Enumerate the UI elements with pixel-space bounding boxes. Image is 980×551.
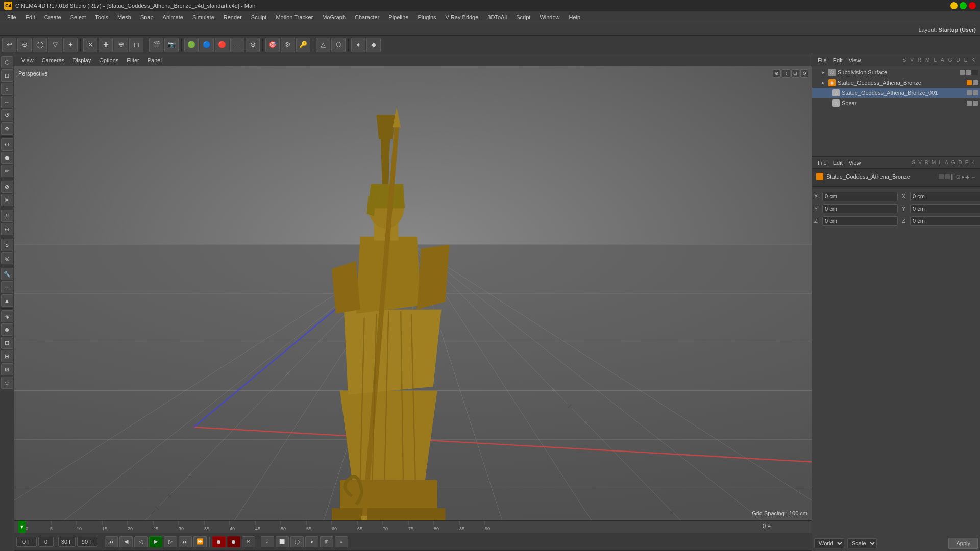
- toolbar-btn-11[interactable]: 🎬: [149, 38, 163, 52]
- left-tool-btn-14[interactable]: ≋: [1, 210, 13, 222]
- fps-field[interactable]: [58, 537, 76, 547]
- attr-dot-2[interactable]: [945, 174, 950, 179]
- viewport-menu-display[interactable]: Display: [69, 56, 94, 64]
- y-field[interactable]: [822, 204, 898, 213]
- close-button[interactable]: [969, 2, 976, 9]
- auto-key-button[interactable]: ⏺: [227, 536, 240, 547]
- coord-space-dropdown[interactable]: World: [814, 538, 844, 548]
- z-field[interactable]: [822, 216, 898, 226]
- attr-dot-1[interactable]: [939, 174, 944, 179]
- left-tool-btn-7[interactable]: ⊙: [1, 138, 13, 151]
- toolbar-btn-1[interactable]: ⊕: [17, 38, 32, 52]
- left-tool-btn-26[interactable]: ⊡: [1, 337, 13, 349]
- timeline-btn-1[interactable]: ⬜: [276, 536, 289, 547]
- next-key-button[interactable]: ▷: [164, 536, 177, 547]
- x-field[interactable]: [822, 192, 898, 201]
- left-tool-btn-27[interactable]: ⊟: [1, 350, 13, 362]
- left-tool-btn-11[interactable]: ⊘: [1, 181, 13, 193]
- left-tool-btn-5[interactable]: ✥: [1, 122, 13, 135]
- current-frame-field[interactable]: [38, 537, 54, 547]
- toolbar-btn-25[interactable]: ⬡: [331, 38, 346, 52]
- left-tool-btn-28[interactable]: ⊠: [1, 363, 13, 375]
- attr-view-menu[interactable]: View: [846, 159, 864, 167]
- y2-field[interactable]: [910, 204, 980, 213]
- left-tool-btn-9[interactable]: ✏: [1, 165, 13, 177]
- viewport-zoom-icon[interactable]: ⊡: [791, 69, 799, 78]
- viewport-menu-panel[interactable]: Panel: [144, 56, 165, 64]
- menu-item-animate[interactable]: Animate: [159, 13, 187, 21]
- menu-item-create[interactable]: Create: [40, 13, 65, 21]
- viewport[interactable]: Perspective Grid Spacing : 100 cm: [14, 66, 812, 520]
- toolbar-btn-14[interactable]: 🟢: [184, 38, 199, 52]
- obj-row-statue-001[interactable]: ▸ △ Statue_Goddess_Athena_Bronze_001: [812, 88, 980, 98]
- goto-start-button[interactable]: ⏮: [105, 536, 118, 547]
- left-tool-btn-8[interactable]: ⬟: [1, 152, 13, 164]
- om-view-menu[interactable]: View: [846, 56, 864, 64]
- play-reverse-button[interactable]: ◁: [134, 536, 148, 547]
- toolbar-btn-16[interactable]: 🔴: [215, 38, 229, 52]
- left-tool-btn-4[interactable]: ↺: [1, 109, 13, 121]
- apply-button[interactable]: Apply: [948, 538, 978, 549]
- menu-item-mograph[interactable]: MoGraph: [318, 13, 350, 21]
- toolbar-btn-17[interactable]: —: [230, 38, 244, 52]
- left-tool-btn-20[interactable]: 🔧: [1, 268, 13, 280]
- menu-item-simulate[interactable]: Simulate: [188, 13, 218, 21]
- left-tool-btn-29[interactable]: ⬭: [1, 377, 13, 389]
- left-tool-btn-3[interactable]: ↔: [1, 96, 13, 108]
- left-tool-btn-24[interactable]: ◈: [1, 310, 13, 322]
- menu-item-snap[interactable]: Snap: [136, 13, 158, 21]
- minimize-button[interactable]: [950, 2, 958, 9]
- expand-icon[interactable]: ▸: [820, 69, 826, 76]
- toolbar-btn-12[interactable]: 📷: [164, 38, 179, 52]
- prev-key-button[interactable]: ◀: [119, 536, 133, 547]
- obj-row-subdivision[interactable]: ▸ ⬡ Subdivision Surface: [812, 67, 980, 78]
- toolbar-btn-21[interactable]: ⚙: [281, 38, 295, 52]
- goto-end-button[interactable]: ⏭: [179, 536, 192, 547]
- viewport-menu-filter[interactable]: Filter: [124, 56, 142, 64]
- obj-vis-dot[interactable]: [967, 90, 972, 95]
- left-tool-btn-17[interactable]: $: [1, 239, 13, 251]
- left-tool-btn-22[interactable]: ▲: [1, 294, 13, 307]
- menu-item-file[interactable]: File: [3, 13, 20, 21]
- toolbar-btn-27[interactable]: ♦: [351, 38, 365, 52]
- toolbar-btn-24[interactable]: △: [316, 38, 330, 52]
- left-tool-btn-2[interactable]: ↕: [1, 83, 13, 95]
- start-frame-field[interactable]: [16, 537, 37, 547]
- timeline-btn-4[interactable]: ⊞: [320, 536, 333, 547]
- left-tool-btn-15[interactable]: ⊛: [1, 223, 13, 235]
- obj-vis-dot[interactable]: [967, 101, 972, 106]
- menu-item-mesh[interactable]: Mesh: [113, 13, 135, 21]
- obj-vis-dot[interactable]: [960, 70, 965, 75]
- attr-edit-menu[interactable]: Edit: [830, 159, 845, 167]
- toolbar-btn-15[interactable]: 🔵: [200, 38, 214, 52]
- toolbar-btn-2[interactable]: ◯: [33, 38, 47, 52]
- z2-field[interactable]: [910, 216, 980, 226]
- obj-row-statue-bronze[interactable]: ▸ ◉ Statue_Goddess_Athena_Bronze: [812, 78, 980, 88]
- obj-row-spear[interactable]: ▸ △ Spear: [812, 98, 980, 108]
- timeline-btn-5[interactable]: ≡: [335, 536, 348, 547]
- record-button[interactable]: ⏺: [212, 536, 226, 547]
- toolbar-btn-28[interactable]: ◆: [366, 38, 381, 52]
- toolbar-btn-22[interactable]: 🔑: [296, 38, 310, 52]
- fast-forward-button[interactable]: ⏩: [193, 536, 207, 547]
- left-tool-btn-21[interactable]: 〰: [1, 281, 13, 293]
- x2-field[interactable]: [910, 192, 980, 201]
- left-tool-btn-0[interactable]: ⬡: [1, 56, 13, 68]
- viewport-move-icon[interactable]: ↕: [782, 69, 790, 78]
- menu-item-render[interactable]: Render: [219, 13, 246, 21]
- om-file-menu[interactable]: File: [815, 56, 829, 64]
- viewport-menu-view[interactable]: View: [18, 56, 37, 64]
- menu-item-3dtoall[interactable]: 3DToAll: [483, 13, 511, 21]
- keyframe-sel-button[interactable]: ⬦: [261, 536, 274, 547]
- menu-item-v-ray-bridge[interactable]: V-Ray Bridge: [442, 13, 483, 21]
- menu-item-motion-tracker[interactable]: Motion Tracker: [272, 13, 317, 21]
- left-tool-btn-1[interactable]: ⊞: [1, 69, 13, 82]
- toolbar-btn-8[interactable]: ✙: [114, 38, 128, 52]
- obj-render-dot[interactable]: [966, 70, 971, 75]
- toolbar-btn-0[interactable]: ↩: [2, 38, 16, 52]
- obj-vis-dot[interactable]: [967, 80, 972, 85]
- obj-render-dot[interactable]: [973, 80, 978, 85]
- menu-item-sculpt[interactable]: Sculpt: [247, 13, 271, 21]
- menu-item-character[interactable]: Character: [351, 13, 383, 21]
- viewport-menu-cameras[interactable]: Cameras: [39, 56, 68, 64]
